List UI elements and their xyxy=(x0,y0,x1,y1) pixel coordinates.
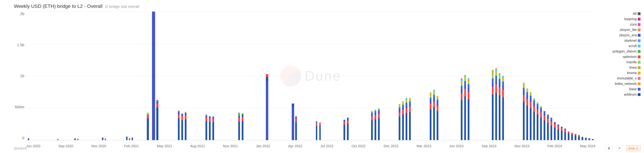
svg-rect-185 xyxy=(523,86,524,88)
svg-rect-46 xyxy=(242,115,244,117)
svg-rect-15 xyxy=(156,104,158,107)
legend-item-immutable-x: immutable_x xyxy=(612,76,640,80)
svg-rect-59 xyxy=(320,125,321,140)
svg-rect-155 xyxy=(492,74,494,76)
svg-rect-110 xyxy=(430,100,432,104)
svg-rect-40 xyxy=(238,118,240,122)
svg-rect-9 xyxy=(132,138,133,140)
svg-rect-222 xyxy=(547,114,549,116)
svg-rect-50 xyxy=(266,74,268,77)
chart-title: Weekly USD (ETH) bridge to L2 - Overall xyxy=(14,4,102,9)
svg-rect-225 xyxy=(550,119,552,122)
svg-rect-245 xyxy=(578,136,580,140)
svg-rect-204 xyxy=(533,98,535,100)
svg-rect-10 xyxy=(152,12,155,140)
svg-rect-247 xyxy=(582,137,583,140)
legend-item-zora: zora xyxy=(612,22,640,26)
svg-rect-108 xyxy=(430,109,432,140)
svg-rect-16 xyxy=(156,102,158,104)
svg-rect-18 xyxy=(178,118,180,140)
legend-color-linea xyxy=(638,66,640,69)
svg-rect-66 xyxy=(347,119,348,121)
legend-item-all: All xyxy=(612,12,640,16)
share-icon[interactable]: ↗ xyxy=(616,145,623,151)
svg-rect-193 xyxy=(526,88,528,90)
svg-rect-138 xyxy=(464,84,466,89)
svg-rect-196 xyxy=(530,98,532,102)
svg-rect-248 xyxy=(585,138,587,140)
svg-rect-33 xyxy=(209,122,210,140)
svg-rect-186 xyxy=(523,84,524,86)
svg-rect-229 xyxy=(554,122,556,124)
svg-rect-65 xyxy=(347,121,348,124)
svg-rect-178 xyxy=(502,79,504,82)
svg-rect-241 xyxy=(571,134,573,140)
svg-rect-230 xyxy=(558,129,559,140)
svg-rect-81 xyxy=(378,110,380,112)
svg-rect-233 xyxy=(561,131,562,140)
svg-rect-94 xyxy=(402,101,404,103)
svg-rect-224 xyxy=(550,122,552,125)
svg-rect-169 xyxy=(499,82,500,88)
svg-rect-45 xyxy=(242,117,244,121)
svg-rect-32 xyxy=(206,114,207,116)
svg-rect-21 xyxy=(178,110,180,112)
svg-rect-6 xyxy=(105,138,106,140)
svg-rect-140 xyxy=(464,78,466,81)
svg-rect-128 xyxy=(461,100,462,140)
svg-rect-190 xyxy=(526,95,528,99)
svg-rect-123 xyxy=(437,106,438,111)
svg-rect-164 xyxy=(495,71,497,73)
svg-rect-209 xyxy=(536,102,538,104)
legend-label-optimism: optimism xyxy=(623,55,637,59)
svg-rect-115 xyxy=(433,107,435,140)
svg-rect-223 xyxy=(550,125,552,140)
svg-rect-134 xyxy=(461,80,462,81)
svg-rect-42 xyxy=(238,114,240,116)
svg-rect-91 xyxy=(402,107,404,110)
svg-rect-112 xyxy=(430,96,432,98)
svg-rect-22 xyxy=(181,120,183,140)
chart-area: 0 500m 1b 1.5b 2b Dune xyxy=(14,12,595,140)
svg-rect-170 xyxy=(499,79,500,82)
svg-rect-74 xyxy=(374,115,376,119)
svg-rect-77 xyxy=(374,110,376,111)
svg-rect-111 xyxy=(430,98,432,100)
svg-rect-116 xyxy=(433,102,435,107)
svg-rect-98 xyxy=(406,102,407,105)
svg-rect-175 xyxy=(502,90,504,97)
download-icon[interactable]: ⬇ xyxy=(606,145,612,151)
svg-rect-104 xyxy=(409,104,411,107)
svg-rect-191 xyxy=(526,92,528,95)
svg-rect-28 xyxy=(185,112,186,113)
svg-rect-23 xyxy=(181,116,183,120)
svg-rect-26 xyxy=(185,116,186,119)
svg-rect-198 xyxy=(530,94,532,96)
svg-rect-219 xyxy=(547,123,549,140)
legend-label-polygon-zkevm: polygon_zkevm xyxy=(612,50,637,54)
svg-rect-106 xyxy=(409,99,411,101)
y-label-500m: 500m xyxy=(14,105,26,109)
svg-rect-249 xyxy=(588,138,590,140)
svg-rect-75 xyxy=(374,113,376,115)
dune-logo xyxy=(280,66,301,86)
svg-rect-211 xyxy=(540,112,542,117)
time-range-button[interactable]: 2mo ⚠ xyxy=(626,145,640,151)
svg-rect-92 xyxy=(402,105,404,107)
svg-rect-180 xyxy=(502,76,504,77)
svg-rect-51 xyxy=(292,107,294,140)
bars-area: Dune xyxy=(26,12,595,140)
svg-rect-238 xyxy=(564,128,566,130)
svg-rect-71 xyxy=(371,112,373,114)
svg-rect-64 xyxy=(347,124,348,140)
svg-rect-63 xyxy=(344,120,345,122)
svg-rect-14 xyxy=(156,107,158,140)
svg-rect-197 xyxy=(530,96,532,98)
svg-rect-237 xyxy=(564,130,566,132)
legend-color-base xyxy=(638,88,640,90)
svg-rect-176 xyxy=(502,85,504,90)
svg-rect-17 xyxy=(156,100,158,102)
svg-rect-114 xyxy=(430,92,432,94)
svg-rect-144 xyxy=(468,92,469,99)
svg-rect-179 xyxy=(502,77,504,79)
